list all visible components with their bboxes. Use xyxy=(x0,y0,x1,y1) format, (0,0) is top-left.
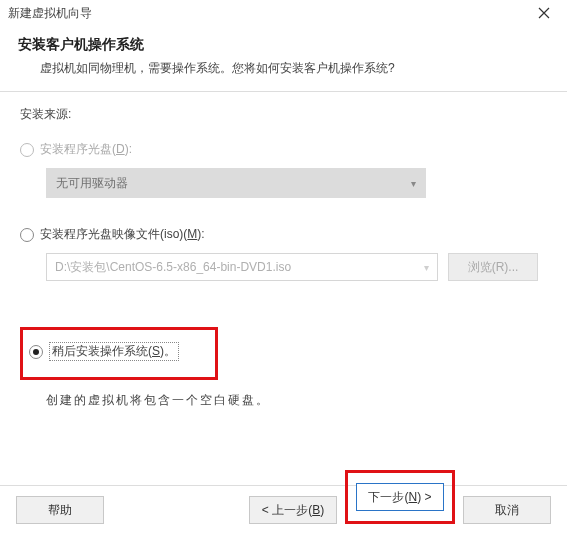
cancel-button[interactable]: 取消 xyxy=(463,496,551,524)
radio-later[interactable] xyxy=(29,345,43,359)
option-iso[interactable]: 安装程序光盘映像文件(iso)(M): xyxy=(20,226,547,243)
help-button[interactable]: 帮助 xyxy=(16,496,104,524)
highlight-later: 稍后安装操作系统(S)。 xyxy=(20,327,218,380)
option-later-label: 稍后安装操作系统(S)。 xyxy=(49,342,179,361)
chevron-down-icon: ▾ xyxy=(411,178,416,189)
source-label: 安装来源: xyxy=(20,106,547,123)
later-caption: 创建的虚拟机将包含一个空白硬盘。 xyxy=(46,392,547,409)
wizard-body: 安装来源: 安装程序光盘(D): 无可用驱动器 ▾ 安装程序光盘映像文件(iso… xyxy=(0,92,567,429)
window-title: 新建虚拟机向导 xyxy=(8,5,92,22)
browse-button[interactable]: 浏览(R)... xyxy=(448,253,538,281)
close-icon xyxy=(538,7,550,19)
wizard-footer: 帮助 < 上一步(B) 下一步(N) > 取消 xyxy=(0,485,567,533)
option-disc[interactable]: 安装程序光盘(D): xyxy=(20,141,547,158)
chevron-down-icon: ▾ xyxy=(424,262,429,273)
disc-drive-value: 无可用驱动器 xyxy=(56,175,128,192)
disc-drive-select[interactable]: 无可用驱动器 ▾ xyxy=(46,168,426,198)
radio-iso[interactable] xyxy=(20,228,34,242)
iso-path-value: D:\安装包\CentOS-6.5-x86_64-bin-DVD1.iso xyxy=(55,259,291,276)
wizard-header: 安装客户机操作系统 虚拟机如同物理机，需要操作系统。您将如何安装客户机操作系统? xyxy=(0,26,567,91)
close-button[interactable] xyxy=(521,0,567,26)
next-button[interactable]: 下一步(N) > xyxy=(356,483,444,511)
option-later[interactable]: 稍后安装操作系统(S)。 xyxy=(29,342,205,361)
page-subtitle: 虚拟机如同物理机，需要操作系统。您将如何安装客户机操作系统? xyxy=(40,60,549,77)
option-disc-label: 安装程序光盘(D): xyxy=(40,141,132,158)
page-heading: 安装客户机操作系统 xyxy=(18,36,549,54)
radio-disc[interactable] xyxy=(20,143,34,157)
iso-path-input[interactable]: D:\安装包\CentOS-6.5-x86_64-bin-DVD1.iso ▾ xyxy=(46,253,438,281)
option-iso-label: 安装程序光盘映像文件(iso)(M): xyxy=(40,226,205,243)
back-button[interactable]: < 上一步(B) xyxy=(249,496,337,524)
titlebar: 新建虚拟机向导 xyxy=(0,0,567,26)
